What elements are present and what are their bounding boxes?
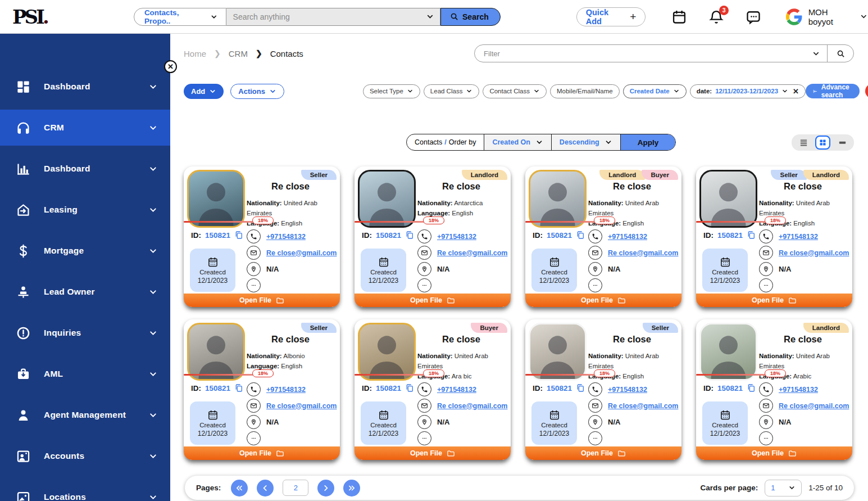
copy-icon[interactable] (405, 231, 414, 240)
sidebar-item-crm[interactable]: CRM (0, 110, 170, 146)
open-file-button[interactable]: Open File (525, 446, 681, 460)
close-icon[interactable]: ✕ (793, 87, 799, 96)
filter-chip-mobile-email-name[interactable]: Mobile/Email/Name (550, 84, 620, 98)
more-options-icon[interactable] (759, 278, 773, 292)
open-file-button[interactable]: Open File (696, 446, 852, 460)
grid-view-button[interactable] (815, 136, 830, 150)
cards-per-page-select[interactable]: 1 (765, 480, 802, 497)
filter-chip-created-date[interactable]: Created Date (623, 84, 687, 98)
person-photo-placeholder (189, 324, 243, 379)
copy-icon[interactable] (405, 383, 414, 392)
sidebar-item-accounts[interactable]: Accounts (0, 438, 170, 474)
phone-link[interactable]: +971548132 (437, 233, 476, 241)
add-button[interactable]: Add (184, 84, 224, 99)
email-link[interactable]: Re close@gmail.com (437, 249, 507, 257)
apply-button[interactable]: Apply (620, 134, 676, 150)
breadcrumb-crm[interactable]: CRM (229, 49, 248, 58)
sidebar-item-dashboard[interactable]: Dashboard (0, 69, 170, 105)
open-file-button[interactable]: Open File (355, 446, 511, 460)
sort-field-select[interactable]: Created On (484, 134, 551, 150)
last-page-button[interactable] (343, 480, 360, 497)
copy-icon[interactable] (576, 231, 585, 240)
filter-chip-date[interactable]: date:12/11/2023-12/1/2023✕ (690, 84, 806, 98)
contact-photo (529, 170, 587, 228)
clear-filters-button[interactable]: Clear Filters (865, 84, 868, 98)
open-file-button[interactable]: Open File (184, 446, 340, 460)
person-photo-placeholder (530, 171, 585, 226)
more-options-icon[interactable] (588, 278, 602, 292)
card-badges: Landlord (807, 323, 849, 333)
email-link[interactable]: Re close@gmail.com (266, 402, 337, 410)
phone-link[interactable]: +971548132 (608, 386, 647, 394)
phone-link[interactable]: +971548132 (437, 386, 476, 394)
filter-select[interactable]: Filter (474, 44, 854, 62)
breadcrumb-home[interactable]: Home (184, 49, 206, 58)
sidebar-item-agent-management[interactable]: Agent Management (0, 397, 170, 433)
card-badge-landlord: Landlord (803, 170, 849, 180)
first-page-button[interactable] (231, 480, 248, 497)
more-options-icon[interactable] (759, 431, 773, 445)
email-icon (417, 399, 431, 413)
created-date: 12/1/2023 (369, 430, 398, 437)
calendar-button[interactable] (671, 9, 687, 25)
search-scope-select[interactable]: Contacts, Propo.. (134, 8, 226, 26)
page-number-input[interactable]: 2 (283, 480, 308, 496)
compact-view-button[interactable] (835, 136, 849, 149)
sidebar-close-button[interactable]: ✕ (164, 60, 177, 73)
open-file-button[interactable]: Open File (525, 294, 681, 307)
email-link[interactable]: Re close@gmail.com (779, 402, 849, 410)
search-input[interactable]: Search anything (226, 8, 440, 26)
sidebar-item-locations[interactable]: Locations (0, 479, 170, 501)
phone-link[interactable]: +971548132 (266, 233, 306, 241)
quick-add-button[interactable]: Quick Add + (576, 7, 646, 26)
user-menu[interactable]: MOH boyyot (786, 7, 868, 26)
bar-chart-icon (15, 160, 31, 177)
created-date: 12/1/2023 (710, 430, 740, 437)
filter-search-button[interactable] (828, 49, 853, 58)
advance-search-button[interactable]: Advance search (806, 84, 860, 98)
filter-chip-lead-class[interactable]: Lead Class (424, 84, 480, 98)
more-options-icon[interactable] (417, 278, 431, 292)
phone-link[interactable]: +971548132 (779, 386, 818, 394)
list-view-button[interactable] (797, 136, 810, 149)
email-link[interactable]: Re close@gmail.com (779, 249, 849, 257)
filter-chip-select-type[interactable]: Select Type (363, 84, 420, 98)
email-link[interactable]: Re close@gmail.com (437, 402, 507, 410)
sidebar-item-aml[interactable]: AML (0, 356, 170, 392)
open-file-button[interactable]: Open File (355, 294, 511, 307)
chevron-down-icon[interactable] (426, 12, 434, 21)
sidebar-item-dashboard[interactable]: Dashboard (0, 151, 170, 187)
next-page-button[interactable] (317, 480, 334, 497)
sidebar-item-label: Leasing (44, 205, 78, 215)
nationality-label: Nationality: (759, 200, 794, 206)
copy-icon[interactable] (747, 231, 756, 240)
sort-bar: Contacts/Order by Created On Descending … (406, 134, 676, 151)
email-link[interactable]: Re close@gmail.com (608, 249, 678, 257)
notifications-button[interactable]: 3 (708, 9, 724, 25)
email-link[interactable]: Re close@gmail.com (266, 249, 337, 257)
sidebar-item-lead-owner[interactable]: Lead Owner (0, 274, 170, 310)
phone-link[interactable]: +971548132 (608, 233, 647, 241)
more-options-icon[interactable] (588, 431, 602, 445)
sort-direction-select[interactable]: Descending (551, 134, 620, 150)
search-button[interactable]: Search (440, 8, 501, 26)
messages-button[interactable] (746, 9, 761, 25)
copy-icon[interactable] (234, 231, 243, 240)
copy-icon[interactable] (576, 383, 585, 392)
open-file-button[interactable]: Open File (184, 294, 340, 307)
more-options-icon[interactable] (247, 431, 261, 445)
prev-page-button[interactable] (257, 480, 274, 497)
phone-link[interactable]: +971548132 (779, 233, 818, 241)
copy-icon[interactable] (747, 383, 756, 392)
filter-chip-contact-class[interactable]: Contact Class (483, 84, 547, 98)
sidebar-item-inquiries[interactable]: Inquiries (0, 315, 170, 351)
sidebar-item-leasing[interactable]: Leasing (0, 192, 170, 228)
open-file-button[interactable]: Open File (696, 294, 852, 307)
more-options-icon[interactable] (417, 431, 431, 445)
phone-link[interactable]: +971548132 (266, 386, 306, 394)
more-options-icon[interactable] (247, 278, 261, 292)
sidebar-item-mortgage[interactable]: Mortgage (0, 233, 170, 269)
email-link[interactable]: Re close@gmail.com (608, 402, 678, 410)
copy-icon[interactable] (234, 383, 243, 392)
actions-button[interactable]: Actions (230, 84, 284, 99)
